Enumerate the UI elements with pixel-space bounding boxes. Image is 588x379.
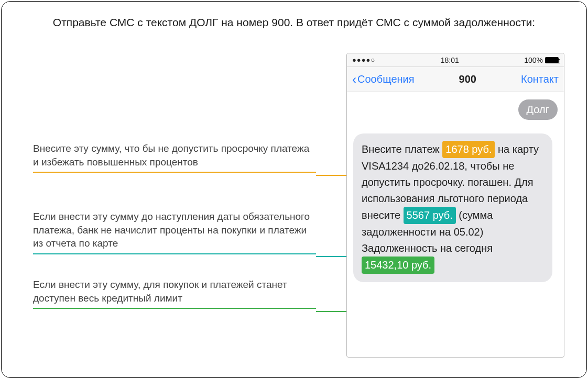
- back-label: Сообщения: [357, 73, 415, 85]
- annotation-orange: Внесите эту сумму, что бы не допустить п…: [33, 142, 316, 173]
- amount-3: 15432,10 руб.: [362, 257, 434, 274]
- nav-title: 900: [459, 73, 476, 85]
- sms-part-1a: Внесите платеж: [362, 143, 440, 155]
- outgoing-bubble: Долг: [518, 99, 558, 120]
- status-bar: ●●●●○ 18:01 100%: [347, 53, 564, 67]
- signal-dots: ●●●●○: [352, 56, 375, 64]
- amount-1: 1678 руб.: [442, 141, 495, 158]
- messages-area: Долг Внесите платеж 1678 руб. на карту V…: [347, 92, 564, 107]
- back-button[interactable]: ‹ Сообщения: [352, 73, 415, 86]
- annotation-green: Если внести эту сумму, для покупок и пла…: [33, 278, 316, 309]
- annotation-teal: Если внести эту сумму до наступления дат…: [33, 210, 316, 254]
- connector-orange: [316, 175, 350, 176]
- annotation-teal-text: Если внести эту сумму до наступления дат…: [33, 210, 316, 250]
- annotation-orange-text: Внесите эту сумму, что бы не допустить п…: [33, 142, 316, 169]
- battery-pct: 100%: [524, 56, 543, 64]
- status-time: 18:01: [441, 56, 459, 64]
- underline-green: [33, 308, 316, 309]
- contact-button[interactable]: Контакт: [521, 73, 559, 85]
- incoming-bubble: Внесите платеж 1678 руб. на карту VISA12…: [353, 133, 552, 282]
- underline-orange: [33, 172, 316, 173]
- info-card: Отправьте СМС с текстом ДОЛГ на номер 90…: [1, 1, 587, 378]
- connector-green: [316, 311, 350, 312]
- connector-teal: [316, 256, 350, 257]
- phone-mockup: ●●●●○ 18:01 100% ‹ Сообщения 900 Контакт…: [346, 53, 564, 358]
- battery-icon: [545, 57, 559, 63]
- nav-bar: ‹ Сообщения 900 Контакт: [347, 67, 564, 92]
- headline: Отправьте СМС с текстом ДОЛГ на номер 90…: [2, 16, 586, 29]
- amount-2: 5567 руб.: [404, 207, 456, 224]
- status-right: 100%: [524, 56, 559, 64]
- underline-teal: [33, 253, 316, 254]
- annotation-green-text: Если внести эту сумму, для покупок и пла…: [33, 278, 316, 305]
- chevron-left-icon: ‹: [352, 73, 356, 86]
